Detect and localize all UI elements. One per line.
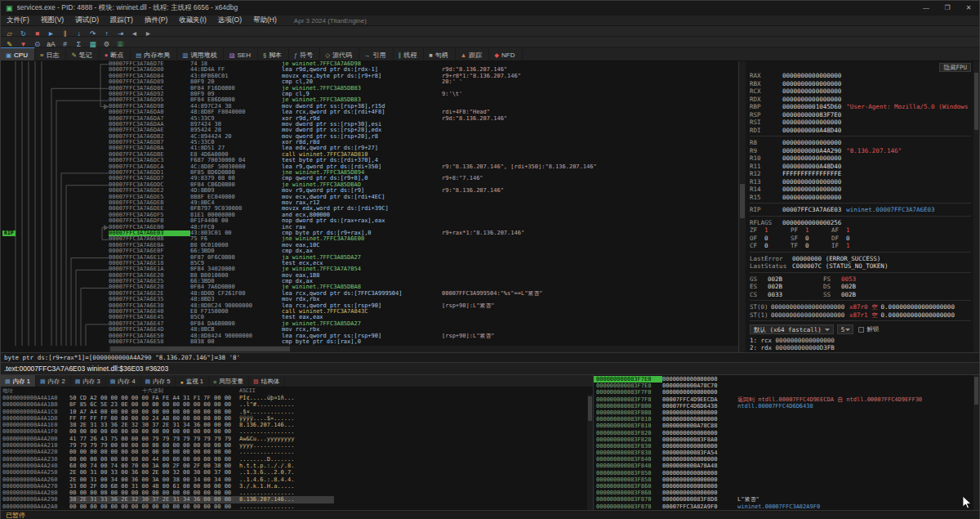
dump-row[interactable]: 0000000000A4A1F0 00 00 00 00 00 00 00 00… — [1, 428, 593, 435]
stack-row[interactable]: 000000000083F7E0 0000000000000000 — [594, 376, 979, 383]
step-out-icon[interactable]: ↑ — [100, 26, 114, 37]
dump-scroll-thumb[interactable] — [588, 396, 592, 421]
stack-row[interactable]: 000000000083F808 0000000000000000 — [594, 409, 979, 416]
tab-references[interactable]: → 引用 — [359, 47, 394, 60]
tab-notes[interactable]: ✎ 笔记 — [66, 47, 99, 60]
dump-row[interactable]: 0000000000A4A2A0 00 00 00 00 00 00 00 00… — [1, 503, 593, 510]
tab-breakpoints[interactable]: ● 断点 — [100, 47, 131, 60]
arg-count-spinner[interactable]: 5 — [837, 324, 854, 334]
dump-row[interactable]: 0000000000A4A260 2E 00 31 00 34 00 36 00… — [1, 476, 593, 483]
register-row[interactable]: R10 0000000000000000 — [750, 154, 971, 163]
stack-row[interactable]: 000000000083F830 0000000000000000 — [594, 443, 979, 450]
dump-row[interactable]: 0000000000A4A1A0 50 CD A2 00 00 00 00 00… — [1, 395, 593, 401]
dump-tab-watch-1[interactable]: ● 监视 1 — [176, 375, 209, 387]
dump-tab-memory-3[interactable]: ▤ 内存 3 — [71, 375, 106, 387]
dump-row[interactable]: 0000000000A4A210 79 79 79 79 00 00 00 00… — [1, 442, 593, 449]
registers-scroll-thumb[interactable] — [974, 73, 978, 130]
tab-seh[interactable]: ▨ SEH — [224, 47, 258, 60]
dump-row[interactable]: 0000000000A4A280 00 00 00 00 00 00 00 00… — [1, 490, 593, 496]
flag-row[interactable]: CF 0 — [750, 242, 791, 250]
flag-row[interactable]: PF 1 — [791, 226, 831, 235]
dump-row[interactable]: 0000000000A4A200 41 77 26 43 75 00 00 00… — [1, 436, 593, 442]
menu-item[interactable]: 选项(O) — [212, 16, 247, 25]
restart-icon[interactable]: ↻ — [16, 26, 30, 37]
disasm-vscrollbar[interactable] — [739, 61, 746, 352]
register-row[interactable]: RSP 000000000083F7E0 — [750, 111, 971, 119]
stack-row[interactable]: 000000000083F878 00007FFC3A82A9F0 winine… — [594, 503, 979, 510]
dump-row[interactable]: 0000000000A4A1D0 FF FF FF FF 00 00 00 00… — [1, 415, 593, 422]
step-over-icon[interactable]: ↷ — [86, 26, 100, 37]
graph-icon[interactable]: ▦ — [86, 37, 100, 47]
stack-row[interactable]: 000000000083F868 0000000000000000 — [594, 490, 979, 496]
stop-icon[interactable]: ■ — [30, 26, 44, 37]
tab-nfd[interactable]: ◆ NFD — [489, 47, 522, 60]
dump-row[interactable]: 0000000000A4A1C0 10 A7 A4 00 00 00 00 00… — [1, 409, 593, 415]
dump-row[interactable]: 0000000000A4A290 38 2E 31 33 36 2E 32 30… — [1, 496, 593, 503]
register-row[interactable]: RBX 0000000000000000 — [750, 80, 971, 88]
dump-scrollbar[interactable] — [587, 395, 593, 510]
search-icon[interactable]: ⊙ — [30, 37, 44, 47]
stack-row[interactable]: 000000000083F850 0000000000000000 — [594, 470, 979, 476]
dump-row[interactable]: 0000000000A4A1B0 8F 85 6C 5E 23 0E 00 00… — [1, 401, 593, 408]
stack-row[interactable]: 000000000083F818 0000000000A78C88 — [594, 423, 979, 429]
menu-item[interactable]: 文件(F) — [1, 16, 35, 25]
maximize-button[interactable]: ❐ — [937, 1, 958, 16]
tab-cpu[interactable]: ▣ CPU — [1, 47, 35, 60]
register-row[interactable]: R8 0000000000000000 — [750, 139, 971, 147]
stack-row[interactable]: 000000000083F810 0000000000000000 — [594, 416, 979, 423]
tab-source[interactable]: ◇ 源代码 — [320, 47, 359, 60]
registers-pane[interactable]: 隐藏FPU RAX 0000000000000000 RBX 000000000… — [746, 61, 979, 352]
stack-row[interactable]: 000000000083F7F8 00007FFC4D9EECDA 返回到 nt… — [594, 396, 979, 403]
disassembly-pane[interactable]: RIP 00007FFC3A7A6D7E 74 18 je wininet.7F… — [1, 61, 739, 352]
register-row[interactable]: R12 FFFFFFFFFFFFFFFE — [750, 170, 971, 178]
stack-row[interactable]: 000000000083F860 0000000000000000 — [594, 483, 979, 490]
registers-scrollbar[interactable] — [973, 61, 979, 352]
tab-memory-map[interactable]: ▤ 内存布局 — [131, 47, 177, 60]
convention-select[interactable]: 默认 (x64 fastcall) — [750, 324, 834, 334]
fpu-register-row[interactable]: ST(1) 00000000000000000000 x87r1 空 0.000… — [750, 311, 971, 320]
argument-row[interactable]: 2: rdx 000000000000D3FB — [750, 344, 971, 351]
dump-tab-struct[interactable]: ▧ 结构体 — [249, 375, 285, 387]
stack-row[interactable]: 000000000083F848 0000000000A78A48 — [594, 463, 979, 469]
disasm-vscroll-thumb[interactable] — [740, 184, 745, 218]
dump-row[interactable]: 0000000000A4A230 00 00 00 00 00 00 00 00… — [1, 456, 593, 463]
segment-row[interactable]: CS 0033 — [750, 291, 823, 299]
last-error-row[interactable]: LastError 00000000 (ERROR_SUCCESS) — [750, 255, 971, 263]
dump-tab-memory-1[interactable]: ▤ 内存 1 — [1, 375, 36, 387]
register-row[interactable]: R15 0000000000000000 — [750, 194, 971, 202]
stack-scroll-thumb[interactable] — [974, 377, 978, 405]
stack-row[interactable]: 000000000083F7E8 0000000000A78C70 — [594, 383, 979, 389]
dump-row[interactable]: 0000000000A4A1E0 38 2E 31 33 36 2E 32 30… — [1, 422, 593, 428]
unlock-checkbox[interactable] — [858, 327, 864, 333]
memory-dump-pane[interactable]: ▤ 内存 1 ▤ 内存 2 ▤ 内存 3 ▤ 内存 4 ▤ 内存 5 ● 监视 … — [1, 375, 594, 510]
run-icon[interactable]: ► — [44, 26, 58, 37]
tab-handles[interactable]: ■ 句柄 — [424, 47, 456, 60]
dump-tab-memory-4[interactable]: ▤ 内存 4 — [106, 375, 141, 387]
segment-row[interactable]: ES 002B — [750, 283, 823, 291]
stack-scrollbar[interactable] — [973, 375, 979, 510]
register-row[interactable]: R9 0000000000A4A290 "8.136.207.146" — [750, 147, 971, 155]
segment-row[interactable]: SS 002B — [823, 291, 897, 299]
menu-item[interactable]: 视图(V) — [35, 16, 69, 25]
register-row[interactable]: RBP 0000000001045D60 "User-Agent: Mozill… — [750, 103, 971, 111]
register-row[interactable]: RCX 0000000000000000 — [750, 87, 971, 96]
stack-row[interactable]: 000000000083F828 000000000083F8A0 — [594, 436, 979, 443]
settings-icon[interactable]: ⚙ — [100, 37, 114, 47]
register-row[interactable]: R14 0000000000000000 — [750, 186, 971, 194]
disasm-row[interactable]: 00007FFC3A7A6E58 8038 00 cmp byte ptr ds… — [109, 339, 738, 345]
tab-trace[interactable]: ▲ 跟踪 — [456, 47, 489, 60]
dump-row[interactable]: 0000000000A4A270 33 00 2F 00 6B 00 31 00… — [1, 483, 593, 490]
stack-row[interactable]: 000000000083F838 000000000083FA54 — [594, 450, 979, 456]
tab-threads[interactable]: ∥ 线程 — [394, 47, 425, 60]
stack-row[interactable]: 000000000083F870 000000000083F8D8 L"紧否" — [594, 496, 979, 503]
dump-row[interactable]: 0000000000A4A250 2E 00 31 00 33 00 36 00… — [1, 469, 593, 476]
stack-row[interactable]: 000000000083F7F0 0000000000000000 — [594, 389, 979, 396]
register-row[interactable]: R13 0000000000000000 — [750, 178, 971, 186]
flag-row[interactable]: ZF 1 — [750, 226, 791, 235]
stack-row[interactable]: 000000000083F858 0000000000000000 — [594, 476, 979, 483]
rip-register-row[interactable]: RIP 00007FFC3A7A6E03 wininet.00007FFC3A7… — [750, 206, 971, 214]
segment-row[interactable]: FS 0053 — [823, 275, 897, 284]
case-icon[interactable]: aA — [44, 37, 58, 47]
last-status-row[interactable]: LastStatus C000007C (STATUS_NO_TOKEN) — [750, 262, 971, 271]
marker-icon[interactable]: ▼ — [16, 37, 30, 47]
